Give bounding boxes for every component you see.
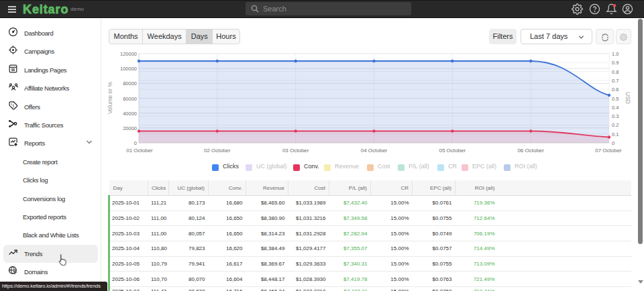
svg-text:120000: 120000 (120, 51, 137, 57)
svg-text:0.2: 0.2 (612, 122, 619, 128)
svg-text:0.3: 0.3 (612, 113, 619, 119)
svg-text:100000: 100000 (120, 66, 137, 72)
svg-text:01 October: 01 October (126, 148, 153, 154)
svg-text:80000: 80000 (123, 80, 137, 86)
svg-text:0: 0 (612, 140, 614, 146)
svg-text:Volume or %: Volume or % (107, 81, 113, 114)
svg-text:03 October: 03 October (282, 148, 309, 154)
svg-text:02 October: 02 October (204, 148, 231, 154)
svg-text:60000: 60000 (123, 96, 137, 102)
svg-text:20000: 20000 (123, 125, 137, 131)
svg-text:0: 0 (134, 140, 137, 146)
svg-text:0.7: 0.7 (612, 78, 619, 84)
svg-text:04 October: 04 October (361, 148, 388, 154)
svg-text:0.9: 0.9 (612, 60, 619, 66)
svg-text:40000: 40000 (123, 111, 137, 117)
svg-text:05 October: 05 October (439, 148, 466, 154)
svg-text:06 October: 06 October (517, 148, 544, 154)
svg-text:0.8: 0.8 (612, 69, 619, 75)
svg-text:07 October: 07 October (595, 148, 622, 154)
svg-text:1.0: 1.0 (612, 51, 619, 57)
svg-text:0.5: 0.5 (612, 96, 619, 102)
svg-text:0.4: 0.4 (612, 105, 619, 111)
svg-text:0.6: 0.6 (612, 86, 619, 93)
svg-text:0.1: 0.1 (612, 131, 619, 137)
svg-text:USD: USD (625, 92, 631, 104)
